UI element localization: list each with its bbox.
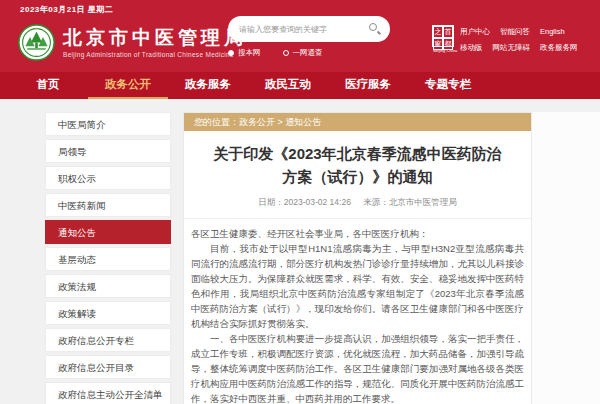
article-paragraph: 一、各中医医疗机构要进一步提高认识，加强组织领导，落实一把手责任，成立工作专班，…	[191, 331, 524, 404]
nav-item-medical-services[interactable]: 医疗服务	[328, 72, 408, 99]
sidebar-item-grassroots-updates[interactable]: 基层动态	[45, 247, 171, 271]
search-button[interactable]	[368, 22, 382, 36]
site-header: 2023年03月21日 星期二 北京市中医管理局 Beijing Adminis…	[0, 0, 600, 72]
article-body: 各区卫生健康委、经开区社会事业局，各中医医疗机构： 目前，我市处于以甲型H1N1…	[184, 219, 531, 404]
sidebar-item-policies-regulations[interactable]: 政策法规	[45, 274, 171, 298]
portal-caption: Beijing·China	[433, 48, 454, 53]
header-quick-links: 用户中心 智能问答 English 移动版 网站无障碍 政务服务网	[460, 27, 588, 59]
main-nav: 首页 政务公开 政务服务 政民互动 医疗服务 专题专栏	[0, 72, 600, 99]
nav-item-gov-affairs-disclosure[interactable]: 政务公开	[88, 72, 168, 99]
sidebar-item-gov-info-column[interactable]: 政府信息公开专栏	[45, 328, 171, 352]
nav-item-public-interaction[interactable]: 政民互动	[248, 72, 328, 99]
sidebar-item-leadership[interactable]: 局领导	[45, 139, 171, 163]
sidebar-item-gov-info-full-list[interactable]: 政府信息主动公开全清单	[45, 382, 171, 404]
search-scope-options: 搜本网 一网通查	[228, 48, 390, 58]
right-gutter	[532, 112, 600, 404]
sidebar-item-bureau-intro[interactable]: 中医局简介	[45, 112, 171, 136]
scope-option-this-site[interactable]: 搜本网	[228, 48, 261, 58]
site-brand[interactable]: 北京市中医管理局 Beijing Administration of Tradi…	[18, 24, 247, 61]
nav-item-home[interactable]: 首页	[8, 72, 88, 99]
article-paragraph: 目前，我市处于以甲型H1N1流感病毒为主，与甲型H3N2亚型流感病毒共同流行的流…	[191, 241, 524, 331]
site-title-english: Beijing Administration of Traditional Ch…	[63, 51, 247, 58]
content-area: 中医局简介 局领导 职权公示 中医药新闻 通知公告 基层动态 政策法规 政策解读…	[0, 99, 600, 404]
current-date: 2023年03月21日 星期二	[20, 4, 113, 15]
search-box[interactable]	[228, 16, 390, 42]
article-panel: 您的位置：政务公开 > 通知公告 关于印发《2023年北京春季流感中医药防治方案…	[183, 112, 532, 404]
sidebar-item-policy-interpretation[interactable]: 政策解读	[45, 301, 171, 325]
link-english[interactable]: English	[540, 27, 565, 37]
article-date: 日期：2023-03-02 14:26	[258, 197, 351, 207]
sidebar-item-authority-disclosure[interactable]: 职权公示	[45, 166, 171, 190]
sidebar-item-notices[interactable]: 通知公告	[45, 220, 171, 244]
tcm-bureau-logo-icon	[18, 24, 55, 61]
search-icon	[369, 23, 377, 31]
search-input[interactable]	[239, 25, 368, 34]
article-paragraph: 各区卫生健康委、经开区社会事业局，各中医医疗机构：	[191, 226, 524, 241]
link-mobile-version[interactable]: 移动版	[460, 43, 483, 53]
article-meta: 日期：2023-03-02 14:26 来源：北京市中医管理局	[184, 197, 531, 219]
site-title: 北京市中医管理局	[63, 27, 247, 49]
beijing-portal-logo[interactable]: 之 首 窗 都 Beijing·China	[432, 25, 455, 53]
search-area: 搜本网 一网通查	[228, 16, 390, 58]
sidebar-item-tcm-news[interactable]: 中医药新闻	[45, 193, 171, 217]
article-source: 来源：北京市中医管理局	[363, 197, 457, 207]
sidebar-item-gov-info-catalog[interactable]: 政府信息公开目录	[45, 355, 171, 379]
brand-text: 北京市中医管理局 Beijing Administration of Tradi…	[63, 27, 247, 58]
radio-unselected-icon	[283, 50, 289, 56]
radio-selected-icon	[228, 50, 234, 56]
scope-label: 搜本网	[238, 48, 261, 58]
link-user-center[interactable]: 用户中心	[460, 27, 490, 37]
link-smart-qa[interactable]: 智能问答	[500, 27, 530, 37]
nav-item-special-topics[interactable]: 专题专栏	[408, 72, 488, 99]
article-title: 关于印发《2023年北京春季流感中医药防治方案（试行）》的通知	[212, 142, 503, 188]
capital-window-seal-icon: 之 首 窗 都	[432, 25, 454, 47]
scope-option-one-net[interactable]: 一网通查	[283, 48, 323, 58]
link-accessibility[interactable]: 网站无障碍	[493, 43, 531, 53]
link-gov-service-net[interactable]: 政务服务网	[540, 43, 578, 53]
sidebar: 中医局简介 局领导 职权公示 中医药新闻 通知公告 基层动态 政策法规 政策解读…	[0, 112, 183, 404]
breadcrumb[interactable]: 您的位置：政务公开 > 通知公告	[184, 113, 531, 131]
nav-item-gov-services[interactable]: 政务服务	[168, 72, 248, 99]
scope-label: 一网通查	[293, 48, 323, 58]
